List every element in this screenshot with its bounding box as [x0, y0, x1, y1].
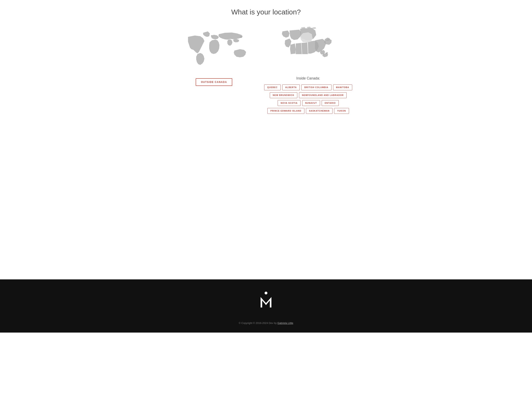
svg-point-0	[265, 292, 267, 295]
province-btn-newfoundland[interactable]: NEWFOUNDLAND AND LABRADOR	[299, 92, 347, 98]
footer-author-link[interactable]: Gabriela Little	[278, 321, 293, 325]
province-btn-ontario[interactable]: ONTARIO	[322, 100, 339, 106]
province-btn-saskatchewan[interactable]: SASKATCHEWAN	[306, 108, 333, 114]
province-btn-nova-scotia[interactable]: NOVA SCOTIA	[278, 100, 301, 106]
province-btn-new-brunswick[interactable]: NEW BRUNSWICK	[270, 92, 297, 98]
province-btn-british-columbia[interactable]: BRITISH COLUMBIA	[301, 85, 331, 90]
world-map	[180, 26, 248, 72]
footer-copyright: © Copyright © 2016-2024 Dev by Gabriela …	[239, 321, 293, 325]
province-row-2: NEW BRUNSWICK NEWFOUNDLAND AND LABRADOR	[270, 92, 347, 98]
province-btn-manitoba[interactable]: MANITOBA	[333, 85, 352, 90]
province-btn-alberta[interactable]: ALBERTA	[282, 85, 300, 90]
province-row-4: PRINCE EDWARD ISLAND SASKATCHEWAN YUKON	[267, 108, 349, 114]
province-row-1: QUEBEC ALBERTA BRITISH COLUMBIA MANITOBA	[264, 85, 352, 90]
inside-canada-section: Inside Canada: QUEBEC ALBERTA BRITISH CO…	[264, 26, 352, 114]
province-btn-nunavut[interactable]: NUNAVUT	[302, 100, 320, 106]
outside-canada-button[interactable]: OUTSIDE CANADA	[196, 78, 232, 86]
province-btn-pei[interactable]: PRINCE EDWARD ISLAND	[267, 108, 304, 114]
outside-canada-section: OUTSIDE CANADA	[180, 26, 248, 86]
province-btn-quebec[interactable]: QUEBEC	[264, 85, 281, 90]
province-btn-yukon[interactable]: YUKON	[334, 108, 349, 114]
inside-canada-label: Inside Canada:	[296, 76, 320, 80]
location-options: OUTSIDE CANADA	[156, 26, 376, 114]
im-logo	[257, 291, 275, 309]
page-title: What is your location?	[231, 8, 301, 16]
province-row-3: NOVA SCOTIA NUNAVUT ONTARIO	[278, 100, 339, 106]
province-buttons: QUEBEC ALBERTA BRITISH COLUMBIA MANITOBA…	[264, 85, 352, 114]
canada-map	[274, 26, 342, 72]
footer: © Copyright © 2016-2024 Dev by Gabriela …	[0, 279, 532, 332]
main-content: What is your location?	[0, 0, 532, 279]
